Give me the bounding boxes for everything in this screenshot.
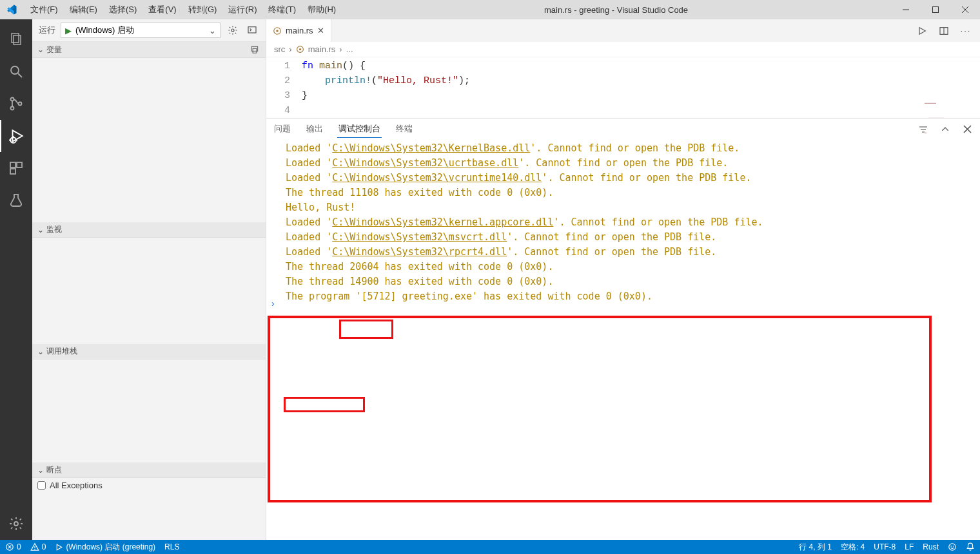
debug-console-toggle-icon[interactable] xyxy=(245,23,259,37)
status-launch-config[interactable]: (Windows) 启动 (greeting) xyxy=(55,542,155,553)
panel-filter-icon[interactable] xyxy=(917,123,930,136)
run-label: 运行 xyxy=(39,24,55,36)
gear-icon[interactable] xyxy=(226,23,240,37)
breakpoints-header[interactable]: ⌄ 断点 xyxy=(32,463,266,478)
debug-sidebar: 运行 ▶ (Windows) 启动 ⌄ ⌄ 变量 ⌄ 监视 xyxy=(32,19,266,540)
console-line: The thread 11108 has exited with code 0 … xyxy=(286,186,980,200)
split-editor-icon[interactable] xyxy=(937,24,950,37)
debug-console-input-chevron-icon[interactable]: › xyxy=(271,298,275,309)
minimize-button[interactable] xyxy=(891,0,921,19)
variables-title: 变量 xyxy=(46,44,249,55)
start-debug-icon[interactable]: ▶ xyxy=(65,26,72,35)
vscode-logo-icon xyxy=(0,4,23,15)
status-bar: 0 0 (Windows) 启动 (greeting) RLS 行 4, 列 1… xyxy=(0,540,980,554)
svg-marker-27 xyxy=(919,27,925,34)
close-tab-icon[interactable]: ✕ xyxy=(317,26,324,35)
chevron-down-icon: ⌄ xyxy=(37,466,44,475)
status-cursor-pos[interactable]: 行 4, 列 1 xyxy=(799,542,832,553)
svg-point-6 xyxy=(11,66,19,74)
breakpoint-item[interactable]: All Exceptions xyxy=(37,481,260,490)
console-line: Loaded 'C:\Windows\System32\rpcrt4.dll'.… xyxy=(286,245,980,260)
panel-tab-2[interactable]: 调试控制台 xyxy=(337,120,382,138)
console-line: Loaded 'C:\Windows\System32\ucrtbase.dll… xyxy=(286,156,980,171)
console-line: Loaded 'C:\Windows\System32\msvcrt.dll'.… xyxy=(286,230,980,245)
menu-terminal[interactable]: 终端(T) xyxy=(263,1,301,18)
callstack-header[interactable]: ⌄ 调用堆栈 xyxy=(32,344,266,359)
collapse-icon[interactable] xyxy=(249,44,260,55)
maximize-button[interactable] xyxy=(921,0,950,19)
menu-help[interactable]: 帮助(H) xyxy=(302,1,341,18)
activity-search-icon[interactable] xyxy=(0,55,32,88)
svg-marker-42 xyxy=(57,544,63,550)
run-editor-icon[interactable] xyxy=(916,24,928,37)
panel-maximize-icon[interactable] xyxy=(939,123,952,136)
chevron-down-icon: ⌄ xyxy=(37,347,44,356)
console-line: The program '[5712] greeting.exe' has ex… xyxy=(286,289,980,304)
rust-file-icon xyxy=(296,45,304,53)
editor-area: main.rs ✕ ··· src › main.rs › ... 1fn ma… xyxy=(266,19,980,540)
svg-point-9 xyxy=(11,107,14,110)
run-config-dropdown[interactable]: ▶ (Windows) 启动 ⌄ xyxy=(61,23,220,38)
breadcrumb-file[interactable]: main.rs xyxy=(308,44,336,54)
svg-rect-1 xyxy=(933,7,939,13)
status-rls[interactable]: RLS xyxy=(164,542,179,551)
panel-tab-0[interactable]: 问题 xyxy=(273,120,292,138)
console-line: Loaded 'C:\Windows\System32\KernelBase.d… xyxy=(286,141,980,156)
rust-file-icon xyxy=(273,26,282,35)
activity-explorer-icon[interactable] xyxy=(0,23,32,55)
svg-point-31 xyxy=(299,48,301,50)
activity-scm-icon[interactable] xyxy=(0,88,32,120)
close-button[interactable] xyxy=(950,0,980,19)
svg-rect-5 xyxy=(14,35,21,44)
menu-run[interactable]: 运行(R) xyxy=(223,1,262,18)
menubar: 文件(F) 编辑(E) 选择(S) 查看(V) 转到(G) 运行(R) 终端(T… xyxy=(23,1,341,18)
status-feedback-icon[interactable] xyxy=(948,542,957,551)
line-number: 1 xyxy=(266,59,302,73)
breadcrumb-folder[interactable]: src xyxy=(274,44,285,54)
variables-header[interactable]: ⌄ 变量 xyxy=(32,42,266,58)
titlebar: 文件(F) 编辑(E) 选择(S) 查看(V) 转到(G) 运行(R) 终端(T… xyxy=(0,0,980,19)
svg-rect-16 xyxy=(10,162,15,167)
minimap[interactable]: ▬▬▬▬▬▬ ▬▬▬▬▬▬▬▬▬ xyxy=(925,96,976,105)
status-errors[interactable]: 0 xyxy=(5,542,21,551)
activity-extensions-icon[interactable] xyxy=(0,152,32,184)
status-language[interactable]: Rust xyxy=(923,542,939,551)
panel-tab-3[interactable]: 终端 xyxy=(395,120,414,138)
status-bell-icon[interactable] xyxy=(966,542,975,551)
status-warnings[interactable]: 0 xyxy=(30,542,46,551)
panel-close-icon[interactable] xyxy=(961,123,974,136)
svg-point-10 xyxy=(19,102,22,106)
code-editor[interactable]: 1fn main() { 2 println!("Hello, Rust!");… xyxy=(266,57,980,118)
menu-goto[interactable]: 转到(G) xyxy=(183,1,222,18)
activity-settings-icon[interactable] xyxy=(0,508,32,540)
editor-tab-main-rs[interactable]: main.rs ✕ xyxy=(266,19,331,42)
watch-header[interactable]: ⌄ 监视 xyxy=(32,222,266,238)
svg-rect-17 xyxy=(17,162,22,167)
status-eol[interactable]: LF xyxy=(905,542,914,551)
activity-bar xyxy=(0,19,32,540)
status-indent[interactable]: 空格: 4 xyxy=(841,542,865,553)
breakpoints-section: ⌄ 断点 All Exceptions xyxy=(32,463,266,493)
svg-rect-18 xyxy=(10,169,15,174)
activity-testing-icon[interactable] xyxy=(0,184,32,216)
console-line: The thread 14900 has exited with code 0 … xyxy=(286,274,980,289)
menu-select[interactable]: 选择(S) xyxy=(104,1,142,18)
menu-file[interactable]: 文件(F) xyxy=(25,1,63,18)
breadcrumb-tail[interactable]: ... xyxy=(346,44,353,54)
breakpoint-checkbox[interactable] xyxy=(37,481,46,490)
svg-point-8 xyxy=(11,98,14,101)
svg-point-21 xyxy=(231,29,234,32)
debug-console-output[interactable]: Loaded 'C:\Windows\System32\KernelBase.d… xyxy=(266,140,980,311)
svg-point-44 xyxy=(951,546,952,547)
panel-tabs: 问题输出调试控制台终端 xyxy=(266,119,980,140)
chevron-down-icon: ⌄ xyxy=(37,45,44,54)
more-actions-icon[interactable]: ··· xyxy=(959,24,972,37)
console-line: Loaded 'C:\Windows\System32\vcruntime140… xyxy=(286,171,980,186)
activity-debug-icon[interactable] xyxy=(0,120,32,152)
menu-view[interactable]: 查看(V) xyxy=(143,1,181,18)
line-number: 3 xyxy=(266,88,302,103)
status-encoding[interactable]: UTF-8 xyxy=(874,542,896,551)
breadcrumb[interactable]: src › main.rs › ... xyxy=(266,42,980,57)
panel-tab-1[interactable]: 输出 xyxy=(305,120,324,138)
menu-edit[interactable]: 编辑(E) xyxy=(64,1,103,18)
